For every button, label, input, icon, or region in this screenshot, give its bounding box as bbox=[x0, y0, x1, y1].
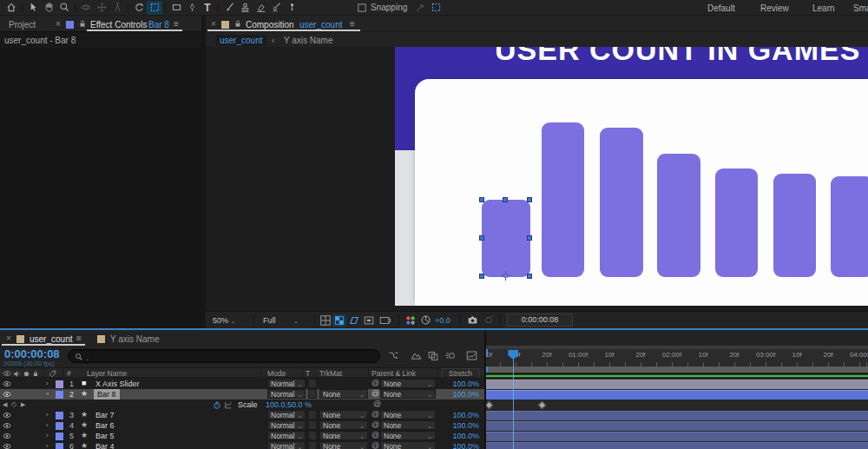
bar8-selection-overlay[interactable] bbox=[479, 197, 533, 280]
t-switch[interactable] bbox=[308, 441, 317, 449]
breadcrumb-current-comp[interactable]: user_count bbox=[215, 35, 266, 46]
clone-stamp-tool[interactable] bbox=[237, 1, 253, 15]
t-switch[interactable] bbox=[308, 379, 317, 388]
layer-row-bar6[interactable]: › 4 ★ Bar 6 Normal⌄ None⌄ @ None⌄ 100.0% bbox=[0, 420, 484, 431]
exposure-icon[interactable] bbox=[420, 314, 431, 326]
trkmat-select[interactable]: None⌄ bbox=[319, 410, 368, 419]
pan-camera-tool[interactable] bbox=[94, 1, 109, 15]
video-column-eye-icon[interactable] bbox=[3, 370, 11, 377]
column-mode[interactable]: Mode bbox=[267, 369, 286, 378]
previous-keyframe-icon[interactable]: ◀ bbox=[3, 401, 7, 408]
search-options-caret[interactable]: ⌄ bbox=[85, 355, 89, 361]
roto-brush-tool[interactable] bbox=[268, 1, 284, 15]
region-of-interest-icon[interactable] bbox=[363, 314, 375, 327]
audio-column-speaker-icon[interactable] bbox=[13, 370, 21, 378]
snap-to-features-icon[interactable] bbox=[428, 1, 444, 15]
parent-select[interactable]: None⌄ bbox=[380, 420, 436, 430]
expand-arrow-icon[interactable]: › bbox=[46, 421, 49, 429]
t-switch[interactable] bbox=[308, 410, 317, 419]
chart-bar[interactable] bbox=[773, 174, 816, 277]
pickwhip-icon[interactable]: @ bbox=[372, 441, 379, 449]
tab-project[interactable]: Project bbox=[9, 20, 36, 30]
panel-menu-icon[interactable]: ≡ bbox=[350, 19, 355, 29]
chart-bar[interactable] bbox=[715, 168, 758, 277]
column-t[interactable]: T bbox=[306, 369, 310, 378]
eye-icon[interactable] bbox=[3, 422, 11, 429]
chart-bar[interactable] bbox=[657, 154, 700, 277]
expand-arrow-icon[interactable]: › bbox=[46, 442, 49, 449]
mini-flowchart-icon[interactable] bbox=[387, 350, 400, 361]
draft-3d-icon[interactable] bbox=[410, 350, 423, 361]
stretch-value[interactable]: 100.0% bbox=[452, 421, 479, 430]
chart-bar[interactable] bbox=[831, 176, 868, 277]
blend-mode-select[interactable]: Normal⌄ bbox=[267, 389, 306, 399]
blend-mode-select[interactable]: Normal⌄ bbox=[267, 441, 306, 449]
trkmat-select[interactable]: None⌄ bbox=[319, 420, 368, 430]
t-switch[interactable] bbox=[308, 389, 317, 399]
property-value[interactable]: 100.0,50.0 % bbox=[266, 400, 312, 409]
pickwhip-icon[interactable]: @ bbox=[372, 389, 379, 398]
frame-blending-icon[interactable] bbox=[427, 350, 439, 361]
stretch-value[interactable]: 100.0% bbox=[452, 432, 479, 440]
pickwhip-icon[interactable]: @ bbox=[372, 410, 379, 419]
blend-mode-select[interactable]: Normal⌄ bbox=[267, 431, 306, 440]
panel-menu-icon[interactable]: ≡ bbox=[174, 19, 179, 29]
tab-timeline-y-axis[interactable]: Y axis Name bbox=[110, 334, 160, 344]
layer-name[interactable]: Bar 7 bbox=[95, 411, 115, 419]
pickwhip-icon[interactable]: @ bbox=[372, 431, 379, 439]
layer-name[interactable]: X Axis Slider bbox=[95, 380, 140, 388]
parent-select[interactable]: None⌄ bbox=[380, 431, 436, 440]
pickwhip-icon[interactable]: @ bbox=[372, 379, 379, 387]
workspace-small-screen[interactable]: Small Screen bbox=[853, 3, 868, 13]
chart-bar[interactable] bbox=[600, 128, 643, 277]
snapshot-camera-icon[interactable] bbox=[466, 314, 479, 326]
label-color-swatch[interactable] bbox=[56, 422, 63, 430]
blend-mode-select[interactable]: Normal⌄ bbox=[267, 420, 306, 430]
eye-icon[interactable] bbox=[3, 443, 11, 449]
workspace-default[interactable]: Default bbox=[707, 3, 735, 13]
close-panel-icon[interactable]: × bbox=[211, 19, 216, 29]
parent-select[interactable]: None⌄ bbox=[380, 441, 436, 449]
track-bar-bar8-selected[interactable] bbox=[486, 390, 868, 399]
expand-arrow-icon[interactable]: › bbox=[46, 380, 49, 387]
time-ruler[interactable]: 0:00f10f20f01:00f10f20f02:00f10f20f03:00… bbox=[486, 346, 868, 366]
track-bar-x-axis-slider[interactable] bbox=[486, 380, 868, 389]
layer-row-bar5[interactable]: › 5 ★ Bar 5 Normal⌄ None⌄ @ None⌄ 100.0% bbox=[0, 431, 484, 441]
rotation-tool[interactable] bbox=[131, 1, 147, 15]
search-input[interactable]: ⌄ bbox=[68, 349, 380, 363]
eye-icon[interactable] bbox=[3, 412, 11, 419]
layer-row-bar8-selected[interactable]: ⌄ 2 ★ Bar 8 Normal⌄ None⌄ @ None⌄ 100.0% bbox=[0, 389, 484, 399]
eye-icon[interactable] bbox=[3, 391, 11, 398]
lock-column-icon[interactable] bbox=[32, 370, 39, 378]
eye-icon[interactable] bbox=[3, 380, 11, 387]
trkmat-select[interactable]: None⌄ bbox=[319, 441, 368, 449]
show-snapshot-icon[interactable] bbox=[483, 314, 495, 326]
stretch-value[interactable]: 100.0% bbox=[452, 380, 479, 388]
property-name[interactable]: Scale bbox=[238, 400, 258, 409]
puppet-pin-tool[interactable] bbox=[284, 1, 299, 15]
label-color-swatch[interactable] bbox=[56, 391, 63, 399]
t-switch[interactable] bbox=[308, 431, 317, 440]
layer-row-bar4[interactable]: › 6 ★ Bar 4 Normal⌄ None⌄ @ None⌄ 100.0% bbox=[0, 441, 484, 449]
blend-mode-select[interactable]: Normal⌄ bbox=[267, 379, 306, 388]
pickwhip-icon[interactable]: @ bbox=[373, 399, 381, 408]
label-color-swatch[interactable] bbox=[56, 412, 63, 419]
stopwatch-icon[interactable] bbox=[213, 400, 221, 410]
layer-row-bar7[interactable]: › 3 ★ Bar 7 Normal⌄ None⌄ @ None⌄ 100.0% bbox=[0, 410, 484, 420]
track-bar-bar7[interactable] bbox=[486, 411, 868, 420]
layer-name[interactable]: Bar 5 bbox=[95, 432, 115, 440]
label-color-swatch[interactable] bbox=[56, 432, 63, 440]
panel-menu-icon[interactable]: ≡ bbox=[76, 333, 82, 343]
tab-composition-context[interactable]: user_count bbox=[299, 20, 342, 30]
label-color-swatch[interactable] bbox=[56, 443, 63, 449]
close-panel-icon[interactable]: × bbox=[6, 333, 11, 343]
view-layout-icon[interactable] bbox=[378, 314, 391, 327]
grid-guides-icon[interactable] bbox=[319, 314, 332, 327]
expand-arrow-icon[interactable]: › bbox=[46, 411, 49, 419]
layer-name[interactable]: Bar 6 bbox=[95, 421, 115, 430]
tab-timeline-user-count[interactable]: user_count bbox=[30, 334, 72, 344]
stretch-value[interactable]: 100.0% bbox=[452, 442, 479, 449]
trkmat-select[interactable]: None⌄ bbox=[319, 431, 368, 440]
rectangle-tool[interactable] bbox=[168, 1, 184, 15]
parent-select[interactable]: None⌄ bbox=[380, 410, 436, 419]
